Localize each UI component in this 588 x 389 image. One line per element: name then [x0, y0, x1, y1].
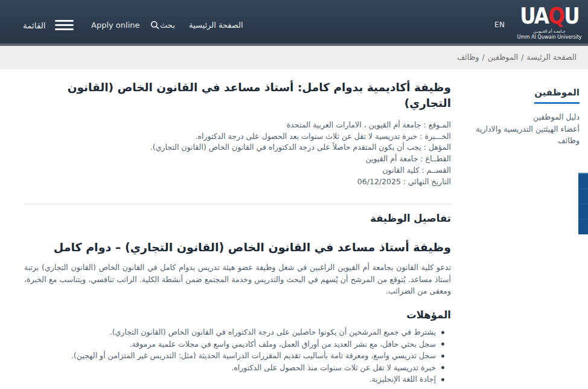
- apply-online-link[interactable]: Apply online: [91, 21, 140, 30]
- sidebar-links: دليل الموظفين أعضاء الهيئتين التدريسية و…: [453, 111, 580, 147]
- job-detail-experience: الخـــبرة : خبرة تدريسية لا تقل عن ثلاث …: [24, 131, 451, 143]
- section-divider: [24, 204, 451, 204]
- job-detail-deadline: التاريخ النهائي : 06/12/2025: [24, 176, 451, 188]
- job-details-section-title: تفاصيل الوظيفة: [24, 213, 451, 224]
- qualification-item: سجل تدريسي واسع، ومعرفة تامة بأساليب تقد…: [24, 350, 446, 361]
- qualification-item: يشترط في جميع المرشحين أن يكونوا حاصلين …: [24, 326, 446, 338]
- job-title: وظيفة أكاديمية بدوام كامل: أستاذ مساعد ف…: [24, 80, 451, 111]
- logo-red-q: Q: [548, 3, 564, 29]
- share-button-1[interactable]: [578, 174, 588, 189]
- job-detail-sector: القطــاع : جامعة أم القيوين: [24, 153, 451, 165]
- job-detail-department: القســم : كلية القانون: [24, 165, 451, 176]
- qualification-item: سجل بحثي حافل، مع نشر العديد من أوراق ال…: [24, 338, 446, 350]
- breadcrumb: الصفحة الرئيسة/الموظفين/وظائف: [457, 53, 577, 62]
- menu-button-label[interactable]: القائمة: [23, 21, 46, 30]
- sidebar-item-staff-directory[interactable]: دليل الموظفين: [453, 111, 580, 123]
- language-switch-en[interactable]: EN: [494, 21, 505, 29]
- share-button-3[interactable]: [578, 204, 588, 219]
- sidebar-item-faculty-members[interactable]: أعضاء الهيئتين التدريسية والادارية: [453, 123, 580, 135]
- page: وظائف القائمة Apply online بحث الصفحة ال…: [0, 0, 588, 389]
- breadcrumb-jobs[interactable]: وظائف: [457, 53, 479, 62]
- qualifications-title: المؤهلات: [24, 309, 451, 321]
- breadcrumb-separator: /: [521, 53, 523, 62]
- qualifications-list: يشترط في جميع المرشحين أن يكونوا حاصلين …: [24, 326, 451, 385]
- sidebar-title: الموظفين: [534, 87, 580, 104]
- share-strip: [578, 173, 588, 234]
- header-bottom-strip: [0, 43, 588, 46]
- share-button-4[interactable]: [578, 219, 588, 234]
- breadcrumb-bar: الصفحة الرئيسة/الموظفين/وظائف: [0, 46, 588, 69]
- job-posting: وظيفة أكاديمية بدوام كامل: أستاذ مساعد ف…: [24, 80, 451, 389]
- job-details-list: المـوقع : جامعة أم القيوين ، الامارات ال…: [24, 120, 451, 187]
- share-button-2[interactable]: [578, 189, 588, 204]
- university-logo[interactable]: UAQU جـامعـة أم القـيويـن Umm Al Quwain …: [513, 4, 586, 40]
- hamburger-menu-icon[interactable]: [55, 20, 74, 30]
- qualification-item: خبرة تدريسية لا تقل عن ثلاث سنوات منذ ال…: [24, 362, 446, 373]
- search-icon: [150, 21, 159, 30]
- job-detail-location: المـوقع : جامعة أم القيوين ، الامارات ال…: [24, 120, 451, 131]
- search-label: بحث: [160, 21, 175, 30]
- job-subtitle: وظيفة أستاذ مساعد في القانون الخاص (القا…: [24, 240, 451, 254]
- logo-acronym: UAQU: [517, 4, 581, 28]
- breadcrumb-staff[interactable]: الموظفين: [488, 53, 519, 62]
- breadcrumb-separator: /: [482, 53, 485, 62]
- logo-english-name: Umm Al Quwain University: [513, 34, 586, 40]
- top-navbar: القائمة Apply online بحث الصفحة الرئيسية…: [0, 0, 588, 43]
- sidebar-item-jobs[interactable]: وظائف: [453, 135, 580, 147]
- search-button[interactable]: بحث: [150, 21, 175, 30]
- home-page-link[interactable]: الصفحة الرئيسية: [189, 21, 243, 30]
- logo-arabic-name: جـامعـة أم القـيويـن: [513, 29, 586, 34]
- job-detail-qualification: المؤهل : يجب أن يكون المتقدم حاصلاً على …: [24, 142, 451, 153]
- job-description: تدعو كلية القانون بجامعة أم القيوين الرا…: [24, 262, 451, 297]
- breadcrumb-home[interactable]: الصفحة الرئيسة: [527, 53, 577, 62]
- sidebar-staff: الموظفين دليل الموظفين أعضاء الهيئتين ال…: [453, 86, 580, 147]
- qualification-item: إجادة اللغة الإنجليزية.: [24, 373, 446, 385]
